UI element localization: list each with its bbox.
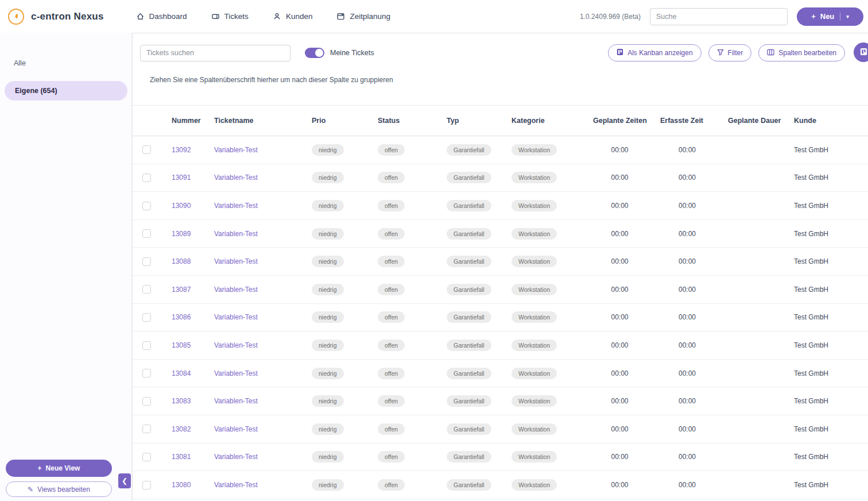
nav-kunden[interactable]: Kunden xyxy=(273,12,313,21)
typ-cell: Garantiefall xyxy=(440,275,505,303)
row-select-cell xyxy=(133,219,165,248)
row-checkbox[interactable] xyxy=(142,257,151,266)
nav-tickets[interactable]: Tickets xyxy=(211,12,249,21)
ticket-number-link[interactable]: 13082 xyxy=(172,425,191,433)
sidebar-item-eigene[interactable]: Eigene (654) xyxy=(5,81,127,101)
ticket-name-link[interactable]: Variablen-Test xyxy=(214,313,258,321)
geplante-zeiten-cell: 00:00 xyxy=(586,303,653,332)
ticket-name-link[interactable]: Variablen-Test xyxy=(214,286,258,294)
row-checkbox[interactable] xyxy=(142,425,151,433)
new-view-button[interactable]: + Neue View xyxy=(6,460,112,477)
row-checkbox[interactable] xyxy=(142,285,151,294)
kanban-icon xyxy=(617,48,623,57)
row-checkbox[interactable] xyxy=(142,313,151,322)
kunde-cell: Test GmbH xyxy=(787,275,868,303)
ticket-number-cell: 13082 xyxy=(165,415,207,443)
nav-dashboard[interactable]: Dashboard xyxy=(136,12,187,21)
ticket-number-link[interactable]: 13088 xyxy=(172,257,191,265)
prio-cell: niedrig xyxy=(305,275,371,303)
ticket-number-link[interactable]: 13090 xyxy=(172,202,191,210)
erfasste-zeit-cell: 00:00 xyxy=(653,164,721,192)
edit-columns-button[interactable]: Spalten bearbeiten xyxy=(758,44,845,61)
column-header-typ[interactable]: Typ xyxy=(440,106,505,136)
status-cell: offen xyxy=(371,275,440,303)
nav-zeitplanung[interactable]: Zeitplanung xyxy=(336,12,390,21)
ticket-name-link[interactable]: Variablen-Test xyxy=(214,481,258,489)
sidebar-item-alle[interactable]: Alle xyxy=(0,55,132,72)
kategorie-cell: Workstation xyxy=(505,248,586,276)
ticket-number-link[interactable]: 13087 xyxy=(172,286,191,294)
row-checkbox[interactable] xyxy=(142,229,151,238)
typ-badge: Garantiefall xyxy=(447,200,491,211)
my-tickets-label: Meine Tickets xyxy=(330,49,374,57)
ticket-name-link[interactable]: Variablen-Test xyxy=(214,453,258,461)
ticket-name-link[interactable]: Variablen-Test xyxy=(214,230,258,238)
status-cell: offen xyxy=(371,443,440,471)
geplante-dauer-cell xyxy=(721,164,787,192)
ticket-name-link[interactable]: Variablen-Test xyxy=(214,369,258,377)
my-tickets-toggle[interactable] xyxy=(305,48,324,58)
row-checkbox[interactable] xyxy=(142,174,151,182)
column-header-erfasste-zeit[interactable]: Erfasste Zeit xyxy=(653,106,721,136)
tickets-search-input[interactable] xyxy=(140,45,290,61)
global-search-input[interactable] xyxy=(650,8,788,25)
kategorie-badge: Workstation xyxy=(512,311,557,323)
row-checkbox[interactable] xyxy=(142,341,151,350)
column-header-kunde[interactable]: Kunde xyxy=(787,106,868,136)
geplante-zeiten-cell: 00:00 xyxy=(586,443,653,471)
ticket-name-link[interactable]: Variablen-Test xyxy=(214,425,258,433)
column-header-ticketname[interactable]: Ticketname xyxy=(207,106,305,136)
brand[interactable]: c-entron Nexus xyxy=(8,9,104,25)
column-header-geplante-zeiten[interactable]: Geplante Zeiten xyxy=(586,106,653,136)
new-button[interactable]: + Neu ▾ xyxy=(797,7,863,26)
ticket-name-cell: Variablen-Test xyxy=(207,415,305,443)
geplante-dauer-cell xyxy=(721,303,787,332)
row-select-cell xyxy=(133,303,165,332)
nav-zeitplanung-label: Zeitplanung xyxy=(350,12,390,21)
row-checkbox[interactable] xyxy=(142,453,151,461)
erfasste-zeit-cell: 00:00 xyxy=(653,443,721,471)
ticket-name-link[interactable]: Variablen-Test xyxy=(214,174,258,182)
prio-badge: niedrig xyxy=(312,340,344,351)
chevron-down-icon[interactable]: ▾ xyxy=(846,14,849,20)
ticket-number-link[interactable]: 13084 xyxy=(172,369,191,377)
ticket-number-link[interactable]: 13086 xyxy=(172,313,191,321)
kategorie-cell: Workstation xyxy=(505,415,586,443)
row-checkbox[interactable] xyxy=(142,481,151,490)
geplante-zeiten-cell: 00:00 xyxy=(586,359,653,387)
row-checkbox[interactable] xyxy=(142,202,151,210)
edge-action-button[interactable] xyxy=(854,43,868,62)
ticket-number-link[interactable]: 13083 xyxy=(172,397,191,405)
ticket-name-link[interactable]: Variablen-Test xyxy=(214,341,258,349)
ticket-number-link[interactable]: 13089 xyxy=(172,230,191,238)
ticket-number-cell: 13089 xyxy=(165,219,207,248)
ticket-name-link[interactable]: Variablen-Test xyxy=(214,146,258,154)
ticket-number-link[interactable]: 13085 xyxy=(172,341,191,349)
ticket-number-link[interactable]: 13080 xyxy=(172,481,191,489)
column-header-geplante-dauer[interactable]: Geplante Dauer xyxy=(721,106,787,136)
row-checkbox[interactable] xyxy=(142,397,151,406)
kunde-cell: Test GmbH xyxy=(787,164,868,192)
kanban-view-button[interactable]: Als Kanban anzeigen xyxy=(608,44,701,61)
sidebar-collapse-button[interactable]: ❮ xyxy=(118,473,131,488)
row-select-cell xyxy=(133,248,165,276)
ticket-name-link[interactable]: Variablen-Test xyxy=(214,257,258,265)
column-header-kategorie[interactable]: Kategorie xyxy=(505,106,586,136)
column-header-prio[interactable]: Prio xyxy=(305,106,371,136)
filter-button[interactable]: Filter xyxy=(708,44,752,61)
ticket-number-link[interactable]: 13091 xyxy=(172,174,191,182)
ticket-name-link[interactable]: Variablen-Test xyxy=(214,202,258,210)
ticket-name-link[interactable]: Variablen-Test xyxy=(214,397,258,405)
column-header-nummer[interactable]: Nummer xyxy=(165,106,207,136)
edit-views-button[interactable]: ✎ Views bearbeiten xyxy=(6,481,112,497)
row-checkbox[interactable] xyxy=(142,145,151,154)
version-label: 1.0.2409.969 (Beta) xyxy=(580,13,641,21)
ticket-number-link[interactable]: 13081 xyxy=(172,453,191,461)
row-checkbox[interactable] xyxy=(142,369,151,377)
geplante-dauer-cell xyxy=(721,136,787,164)
geplante-dauer-cell xyxy=(721,332,787,360)
column-header-status[interactable]: Status xyxy=(371,106,440,136)
edit-columns-label: Spalten bearbeiten xyxy=(778,49,836,57)
ticket-number-link[interactable]: 13092 xyxy=(172,146,191,154)
erfasste-zeit-cell: 00:00 xyxy=(653,359,721,387)
